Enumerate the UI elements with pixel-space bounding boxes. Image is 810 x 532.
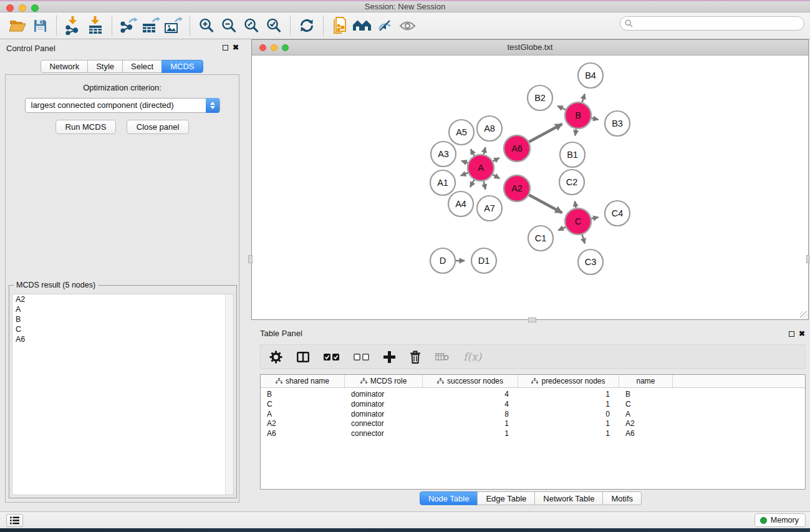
graph-edge-A-A4[interactable]: [470, 180, 474, 187]
table-row-A6[interactable]: A6connector11A6: [261, 429, 805, 439]
import-table-icon[interactable]: [84, 14, 107, 37]
zoom-selected-icon[interactable]: [263, 14, 285, 37]
graph-node-A1[interactable]: A1: [430, 170, 455, 195]
network-canvas[interactable]: AA1A2A3A4A5A6A7A8BB1B2B3B4CC1C2C3C4DD1: [252, 56, 808, 319]
network-minimize-button[interactable]: [271, 44, 277, 51]
graph-edge-B-B4[interactable]: [582, 94, 585, 102]
graph-node-B[interactable]: B: [565, 102, 591, 128]
graph-edge-A-A3[interactable]: [461, 161, 468, 163]
graph-edge-A-A5[interactable]: [471, 149, 475, 155]
search-field[interactable]: [620, 16, 804, 31]
export-table-icon[interactable]: [140, 14, 162, 37]
result-item-C[interactable]: C: [12, 324, 233, 334]
graph-edge-B-B2[interactable]: [557, 106, 566, 110]
zoom-window-button[interactable]: [31, 4, 39, 12]
graph-edge-A-A1[interactable]: [461, 173, 468, 176]
graph-edge-A6-B[interactable]: [529, 124, 562, 142]
select-all-checkbox-icon[interactable]: [324, 354, 339, 360]
criterion-dropdown[interactable]: largest connected component (directed): [25, 98, 220, 113]
save-session-icon[interactable]: [29, 14, 51, 37]
graph-edge-C-C2[interactable]: [575, 201, 576, 208]
zoom-in-icon[interactable]: [195, 14, 218, 37]
close-panel-button[interactable]: Close panel: [127, 120, 190, 134]
export-network-icon[interactable]: [117, 14, 140, 37]
graph-edge-C-C1[interactable]: [558, 227, 566, 230]
tab-edge-table[interactable]: Edge Table: [477, 491, 535, 505]
open-file-icon[interactable]: [6, 14, 29, 37]
result-item-A[interactable]: A: [12, 304, 233, 314]
zoom-fit-icon[interactable]: [240, 14, 263, 37]
tab-motifs[interactable]: Motifs: [602, 491, 642, 505]
deselect-all-checkbox-icon[interactable]: [354, 354, 369, 360]
graph-node-A7[interactable]: A7: [477, 196, 502, 221]
table-row-A[interactable]: Adominator80A: [261, 410, 805, 420]
column-header-name[interactable]: name: [619, 375, 673, 387]
graph-edge-A-A8[interactable]: [484, 147, 486, 154]
graph-edge-B-B1[interactable]: [575, 129, 576, 136]
graph-node-D1[interactable]: D1: [471, 248, 496, 273]
graph-node-A2[interactable]: A2: [504, 175, 530, 201]
tab-node-table[interactable]: Node Table: [420, 491, 478, 505]
graph-node-C4[interactable]: C4: [605, 201, 630, 226]
graph-node-A3[interactable]: A3: [431, 142, 456, 167]
run-mcds-button[interactable]: Run MCDS: [55, 120, 117, 134]
hide-selected-icon[interactable]: [374, 14, 396, 37]
search-input[interactable]: [636, 18, 804, 29]
graph-edge-C-C4[interactable]: [592, 217, 599, 218]
column-header-successor-nodes[interactable]: successor nodes: [423, 375, 518, 387]
graph-node-D[interactable]: D: [430, 248, 455, 273]
delete-column-icon[interactable]: [410, 351, 421, 364]
resize-grip[interactable]: [800, 311, 808, 319]
result-item-A2[interactable]: A2: [12, 294, 233, 304]
settings-gear-icon[interactable]: [269, 351, 282, 364]
tab-mcds[interactable]: MCDS: [162, 60, 203, 73]
minimize-window-button[interactable]: [19, 4, 26, 12]
memory-button[interactable]: Memory: [755, 513, 806, 527]
network-close-button[interactable]: [259, 44, 266, 51]
mcds-result-list[interactable]: A2ABCA6: [12, 294, 234, 495]
table-row-B[interactable]: Bdominator41B: [261, 390, 805, 400]
result-item-B[interactable]: B: [12, 314, 233, 324]
close-panel-icon[interactable]: ✖: [233, 44, 239, 51]
window-edge-handle-left[interactable]: [248, 255, 253, 263]
column-header-MCDS-role[interactable]: MCDS role: [345, 375, 423, 387]
graph-node-C2[interactable]: C2: [559, 170, 584, 195]
graph-node-B1[interactable]: B1: [560, 142, 585, 167]
table-row-A2[interactable]: A2connector11A2: [261, 419, 805, 429]
graph-edge-A2-C[interactable]: [529, 195, 562, 213]
task-history-button[interactable]: [6, 514, 23, 527]
add-column-icon[interactable]: [383, 351, 395, 363]
graph-node-C[interactable]: C: [565, 208, 591, 235]
tab-network-table[interactable]: Network Table: [534, 491, 603, 505]
graph-node-B4[interactable]: B4: [578, 63, 603, 88]
new-network-from-selection-icon[interactable]: [329, 14, 351, 37]
export-image-icon[interactable]: [162, 14, 185, 37]
graph-edge-B-B3[interactable]: [592, 118, 599, 119]
graph-node-C3[interactable]: C3: [578, 249, 603, 274]
graph-node-B2[interactable]: B2: [528, 85, 552, 110]
tab-select[interactable]: Select: [122, 60, 162, 73]
zoom-out-icon[interactable]: [218, 14, 240, 37]
show-column-icon[interactable]: [297, 352, 309, 362]
show-all-icon[interactable]: [396, 14, 418, 37]
import-network-icon[interactable]: [62, 14, 84, 37]
graph-node-C1[interactable]: C1: [528, 226, 553, 251]
result-scrollbar[interactable]: [225, 294, 233, 495]
graph-edge-A-A7[interactable]: [484, 181, 486, 190]
graph-node-A8[interactable]: A8: [477, 116, 502, 141]
network-zoom-button[interactable]: [282, 44, 289, 51]
close-window-button[interactable]: [6, 4, 14, 12]
column-header-predecessor-nodes[interactable]: predecessor nodes: [518, 375, 619, 387]
window-edge-handle-right[interactable]: [806, 255, 809, 263]
graph-edge-A-A2[interactable]: [493, 175, 499, 178]
refresh-icon[interactable]: [296, 14, 318, 37]
graph-edge-C-C3[interactable]: [582, 235, 584, 243]
result-item-A6[interactable]: A6: [12, 334, 233, 344]
table-row-C[interactable]: Cdominator41C: [261, 400, 805, 410]
close-table-panel-icon[interactable]: ✖: [799, 331, 805, 337]
graph-node-A5[interactable]: A5: [449, 120, 474, 145]
node-table[interactable]: shared nameMCDS rolesuccessor nodesprede…: [260, 374, 806, 490]
tab-network[interactable]: Network: [41, 60, 88, 73]
graph-node-B3[interactable]: B3: [605, 111, 630, 136]
float-table-panel-icon[interactable]: [789, 331, 794, 337]
